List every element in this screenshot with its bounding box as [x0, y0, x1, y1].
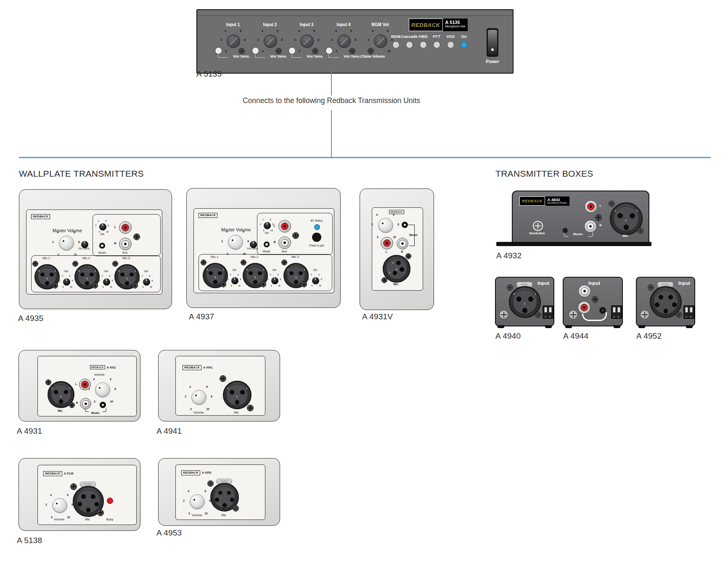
screw [260, 281, 266, 287]
mounting-screw [569, 310, 578, 319]
volume-knob[interactable]: 0246810 [182, 488, 212, 515]
screw [220, 375, 226, 382]
redback-badge: REDBACK A 4932 Zone Mic/Line Preamp [519, 196, 569, 206]
input2-jack [252, 47, 259, 54]
device-caption: A 5138 [17, 536, 42, 545]
a4953-panel: REDBACK A 4953 PUSH 0246810 Volume Mic [175, 464, 265, 520]
left-rca [381, 237, 393, 249]
hub-led-on: On [455, 34, 472, 50]
wallplate-a4937: REDBACK Master Volume 0246810 Vox Sens. … [186, 188, 341, 308]
device-caption: A 4937 [189, 312, 214, 321]
screw [595, 214, 602, 221]
connection-line-bottom [331, 110, 332, 157]
dip-switch[interactable]: 12 [611, 305, 622, 319]
heading-boxes: TRANSMITTER BOXES [495, 169, 593, 179]
model-number: A 5135 [445, 20, 466, 25]
aux-bt-section: 0246810 Vol Music L R Aux BT Status Pres… [257, 213, 333, 255]
mic-xlr: 213 [223, 381, 251, 409]
mic3-vol-knob[interactable]: 0246810 [307, 273, 323, 287]
vox-sens-screw[interactable] [312, 48, 318, 54]
music-jack [402, 222, 408, 228]
dip-switch[interactable]: 12 [543, 305, 553, 319]
pair-button[interactable] [312, 233, 321, 242]
right-rca [397, 238, 408, 249]
device-caption: A 4940 [495, 331, 521, 341]
screw [70, 483, 77, 490]
device-caption: A 4931V [362, 312, 393, 321]
mounting-flange [496, 242, 651, 246]
wallplate-a4935: REDBACK Master Volume 0246810 Vox Sens. … [19, 189, 172, 309]
connection-line-top [331, 72, 332, 95]
aux-section: 0246810 Vol Music L R Aux [93, 214, 161, 256]
model-number: A 5138 [64, 472, 73, 475]
mic3-vol-knob[interactable]: 0246810 [138, 274, 154, 289]
redback-badge: REDBACK A 5138 [43, 471, 73, 476]
volume-knob[interactable]: 0246810 [370, 212, 400, 239]
volume-knob[interactable]: 0246810 [87, 376, 117, 403]
screw [381, 277, 387, 283]
screw [32, 261, 38, 267]
mic2-vol-knob[interactable]: 0246810 [266, 273, 282, 287]
mic2-vol-knob[interactable]: 0246810 [98, 274, 114, 289]
redback-badge: REDBACK [199, 213, 217, 218]
busy-led [107, 498, 113, 504]
screw [535, 312, 541, 318]
model-name: Microphone Hub [445, 25, 466, 28]
music-jack [562, 228, 568, 233]
model-plate: A 5135 Microphone Hub [443, 19, 468, 31]
model-number: A 4932 [548, 198, 567, 202]
left-rca [79, 379, 91, 390]
device-caption: A 4935 [18, 314, 43, 323]
aux-vol-knob[interactable]: 0246810 [94, 219, 110, 233]
connection-caption: Connects to the following Redback Transm… [205, 97, 458, 105]
hub-channel-input1: Input 1 0246810 Vox Sens. [214, 23, 251, 72]
volume-knob[interactable]: 0246810 [44, 492, 74, 519]
screw [207, 480, 214, 487]
hub-caption: A 5135 [196, 69, 222, 79]
dip-switch[interactable]: 12 [683, 305, 694, 319]
redback-logo: REDBACK [519, 196, 545, 206]
right-rca [80, 398, 91, 409]
mic1-vol-knob[interactable]: 0246810 [226, 273, 242, 287]
aux-left-rca [119, 221, 132, 234]
microphone-hub-a5135: Input 1 0246810 Vox Sens. Input 2 024681… [196, 9, 514, 74]
wallplate-a4953: REDBACK A 4953 PUSH 0246810 Volume Mic [158, 458, 280, 526]
a4931v-panel: REDBACK 0246810 Music L R 132 Mic [372, 207, 423, 291]
redback-badge: REDBACK [31, 214, 50, 219]
screw [97, 509, 104, 516]
chime-volume-screw[interactable] [368, 48, 374, 54]
redback-badge: REDBACK A 5135 Microphone Hub [409, 19, 468, 31]
screw [45, 379, 51, 385]
voxactive-screw[interactable] [533, 221, 543, 231]
screw [592, 296, 598, 303]
input1-jack [215, 47, 222, 54]
transmitter-box-a4940: Input PUSH 213 12 [495, 277, 554, 326]
screw [92, 283, 98, 289]
aux-jack [599, 307, 606, 314]
mic1-vol-knob[interactable]: 0246810 [58, 274, 74, 289]
redback-badge: REDBACK A 4953 [181, 470, 211, 475]
volume-knob[interactable]: 0246810 [183, 384, 214, 411]
transmitter-box-a4932: REDBACK A 4932 Zone Mic/Line Preamp VoxA… [512, 191, 649, 244]
foot [638, 325, 645, 328]
screw [201, 260, 206, 265]
screw [112, 261, 118, 267]
model-number: A 4941 [203, 366, 212, 369]
screw [676, 312, 682, 318]
vox-sens-screw[interactable] [275, 48, 282, 54]
vox-sens-screw[interactable] [238, 48, 245, 54]
cascade-led [406, 41, 413, 48]
wallplate-a5138: REDBACK A 5138 PUSH 0246810 Volume Mic B… [19, 458, 140, 531]
device-caption: A 4953 [156, 528, 182, 538]
bgm-led [392, 41, 400, 48]
model-plate: A 4932 Zone Mic/Line Preamp [545, 196, 569, 206]
power-switch[interactable] [487, 28, 498, 57]
model-name: Zone Mic/Line Preamp [548, 202, 567, 204]
screw [301, 281, 307, 287]
screw [52, 283, 58, 289]
redback-logo: REDBACK [409, 19, 443, 31]
vox-sens-screw[interactable] [349, 48, 355, 54]
panel-seam [197, 16, 513, 16]
connector-line [564, 233, 568, 237]
wallplate-a4931v: REDBACK 0246810 Music L R 132 Mic [360, 188, 434, 310]
